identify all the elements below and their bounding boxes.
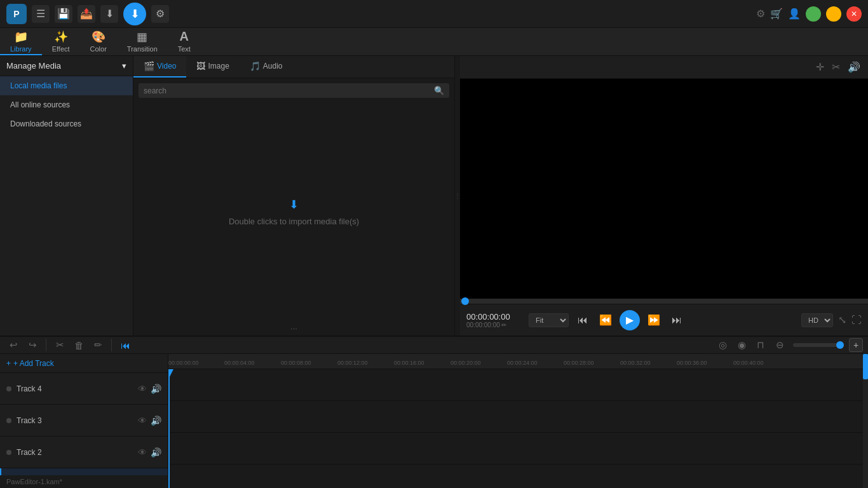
tab-audio[interactable]: 🎵 Audio bbox=[240, 56, 293, 78]
scrubber-handle[interactable] bbox=[461, 297, 469, 305]
image-tab-icon: 🖼 bbox=[196, 61, 205, 71]
redo-btn[interactable]: ↪ bbox=[24, 337, 41, 353]
total-time: 00:00:00:00 ✏ bbox=[466, 322, 524, 329]
sidebar-item-downloaded[interactable]: Downloaded sources bbox=[0, 114, 133, 133]
media-tabs: 🎬 Video 🖼 Image 🎵 Audio bbox=[133, 56, 454, 78]
menu-btn[interactable]: ☰ bbox=[32, 5, 50, 23]
effect-icon: ✨ bbox=[54, 30, 68, 44]
skip-to-end-btn[interactable]: ⏭ bbox=[668, 311, 686, 329]
manage-media-header[interactable]: Manage Media ▾ bbox=[0, 56, 133, 76]
export-btn[interactable]: 📤 bbox=[78, 5, 95, 23]
main-toolbar: 📁 Library ✨ Effect 🎨 Color ▦ Transition … bbox=[0, 28, 868, 56]
more-options[interactable]: ··· bbox=[133, 321, 454, 336]
preview-scrubber[interactable] bbox=[460, 299, 868, 304]
track-4-row: Track 4 👁 🔊 bbox=[0, 373, 168, 405]
chevron-down-icon: ▾ bbox=[122, 61, 126, 71]
marker-btn[interactable]: ◎ bbox=[714, 337, 731, 353]
media-content[interactable]: ⬇ Double clicks to import media file(s) bbox=[133, 103, 454, 321]
skip-to-start-btn[interactable]: ⏮ bbox=[574, 311, 592, 329]
play-btn[interactable]: ▶ bbox=[620, 310, 640, 330]
hd-select[interactable]: HD SD 4K bbox=[801, 313, 833, 327]
ruler-mark-5: 00:00:20:00 bbox=[451, 360, 481, 366]
crop-icon[interactable]: ✂ bbox=[832, 61, 840, 73]
app-logo: P bbox=[6, 4, 27, 24]
timeline-right-btns: ◎ ◉ ⊓ ⊖ + bbox=[714, 337, 863, 353]
search-input[interactable] bbox=[144, 86, 430, 95]
download-btn[interactable]: ⬇ bbox=[123, 3, 146, 25]
ruler-mark-2: 00:00:08:00 bbox=[281, 360, 311, 366]
toolbar-divider-2 bbox=[111, 339, 112, 351]
zoom-slider[interactable] bbox=[793, 343, 844, 347]
minus-zoom-btn[interactable]: ⊖ bbox=[771, 337, 788, 353]
add-icon[interactable]: ✛ bbox=[816, 61, 824, 73]
track-2-visibility-icon[interactable]: 👁 bbox=[138, 447, 147, 458]
next-frame-btn[interactable]: ⏩ bbox=[645, 311, 663, 329]
preview-panel: ✛ ✂ 🔊 00:00:00:00 00:00:00:00 ✏ Fit 25% … bbox=[460, 56, 868, 336]
link-btn[interactable]: ⊓ bbox=[752, 337, 769, 353]
library-icon: 📁 bbox=[14, 30, 28, 44]
edit-time-icon[interactable]: ✏ bbox=[501, 322, 506, 329]
title-bar: P ☰ 💾 📤 ⬇ ⬇ ⚙ ⚙ 🛒 👤 ✕ bbox=[0, 0, 868, 28]
track-1-timeline bbox=[168, 464, 868, 488]
search-bar: 🔍 bbox=[133, 78, 454, 103]
delete-btn[interactable]: 🗑 bbox=[71, 337, 87, 353]
timeline-scrollbar[interactable] bbox=[863, 354, 868, 488]
add-track-btn[interactable]: + + Add Track bbox=[0, 354, 168, 373]
main-area: Manage Media ▾ Local media files All onl… bbox=[0, 56, 868, 336]
zoom-slider-thumb[interactable] bbox=[836, 341, 844, 349]
media-panel: 🎬 Video 🖼 Image 🎵 Audio 🔍 ⬇ Double click… bbox=[133, 56, 455, 336]
toolbar-library[interactable]: 📁 Library bbox=[0, 28, 42, 55]
track-4-icons: 👁 🔊 bbox=[138, 384, 161, 394]
user-icon[interactable]: 👤 bbox=[788, 8, 801, 20]
ruler-mark-4: 00:00:16:00 bbox=[394, 360, 424, 366]
edit-btn[interactable]: ✏ bbox=[90, 337, 106, 353]
time-display: 00:00:00:00 00:00:00:00 ✏ bbox=[466, 312, 524, 329]
ruler-mark-6: 00:00:24:00 bbox=[507, 360, 538, 366]
track-3-icons: 👁 🔊 bbox=[138, 416, 161, 426]
track-3-visibility-icon[interactable]: 👁 bbox=[138, 416, 147, 426]
gear-icon[interactable]: ⚙ bbox=[756, 8, 765, 20]
track-3-label: Track 3 bbox=[17, 416, 133, 425]
tab-image[interactable]: 🖼 Image bbox=[186, 56, 239, 78]
win-red-btn[interactable]: ✕ bbox=[846, 6, 862, 22]
toolbar-transition[interactable]: ▦ Transition bbox=[117, 28, 168, 55]
toolbar-text[interactable]: A Text bbox=[168, 28, 201, 55]
settings-btn[interactable]: ⚙ bbox=[151, 5, 169, 23]
track-4-visibility-icon[interactable]: 👁 bbox=[138, 384, 147, 394]
track-3-dot bbox=[6, 418, 11, 423]
track-labels: + + Add Track Track 4 👁 🔊 Track 3 👁 🔊 bbox=[0, 354, 168, 488]
snap-btn[interactable]: ⏮ bbox=[117, 337, 133, 353]
tab-video[interactable]: 🎬 Video bbox=[133, 56, 186, 78]
track-2-audio-icon[interactable]: 🔊 bbox=[151, 447, 161, 458]
undo-btn[interactable]: ↩ bbox=[5, 337, 22, 353]
cut-btn[interactable]: ✂ bbox=[51, 337, 68, 353]
shop-icon[interactable]: 🛒 bbox=[770, 8, 783, 20]
search-input-wrapper: 🔍 bbox=[139, 83, 449, 98]
expand-icon[interactable]: ⤡ bbox=[838, 314, 846, 326]
scrollbar-thumb[interactable] bbox=[863, 354, 868, 379]
win-green-btn[interactable] bbox=[806, 6, 821, 22]
plus-zoom-btn[interactable]: + bbox=[849, 338, 863, 352]
panel-divider[interactable]: ⋮ bbox=[455, 56, 460, 336]
track-4-audio-icon[interactable]: 🔊 bbox=[151, 384, 161, 394]
timeline-content: + + Add Track Track 4 👁 🔊 Track 3 👁 🔊 bbox=[0, 354, 868, 488]
timeline-cursor bbox=[168, 369, 170, 488]
audio-settings-icon[interactable]: 🔊 bbox=[848, 61, 860, 73]
track-4-dot bbox=[6, 386, 11, 391]
win-yellow-btn[interactable] bbox=[826, 6, 841, 22]
toolbar-effect[interactable]: ✨ Effect bbox=[42, 28, 80, 55]
save-btn[interactable]: 💾 bbox=[55, 5, 72, 23]
point-btn[interactable]: ◉ bbox=[733, 337, 750, 353]
fit-select[interactable]: Fit 25% 50% 75% 100% bbox=[529, 313, 569, 327]
add-track-label: + Add Track bbox=[13, 359, 54, 368]
track-3-audio-icon[interactable]: 🔊 bbox=[151, 416, 161, 426]
toolbar-color[interactable]: 🎨 Color bbox=[80, 28, 117, 55]
import-btn[interactable]: ⬇ bbox=[100, 5, 118, 23]
sidebar-item-local[interactable]: Local media files bbox=[0, 76, 133, 95]
sidebar-item-online[interactable]: All online sources bbox=[0, 95, 133, 114]
prev-frame-btn[interactable]: ⏪ bbox=[597, 311, 614, 329]
video-tab-icon: 🎬 bbox=[144, 61, 154, 71]
track-3-row: Track 3 👁 🔊 bbox=[0, 405, 168, 437]
fullscreen-icon[interactable]: ⛶ bbox=[851, 315, 862, 326]
ruler-mark-3: 00:00:12:00 bbox=[337, 360, 368, 366]
